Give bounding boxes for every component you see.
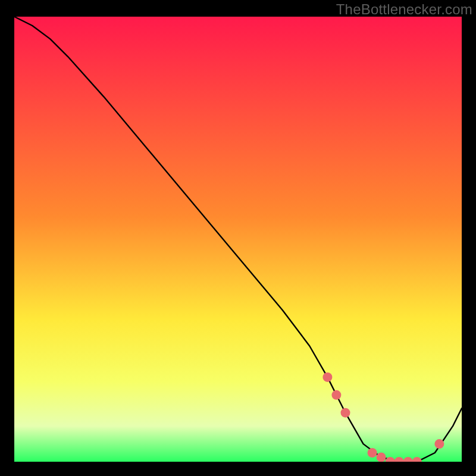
data-point — [341, 408, 350, 418]
gradient-background — [14, 17, 462, 462]
bottleneck-chart-svg — [14, 17, 462, 462]
data-point — [434, 439, 444, 449]
watermark-text: TheBottlenecker.com — [336, 1, 472, 18]
data-point — [377, 453, 386, 462]
chart-container: TheBottlenecker.com — [0, 0, 476, 476]
data-point — [368, 448, 377, 458]
data-point — [322, 372, 332, 382]
data-point — [331, 390, 341, 400]
plot-area — [14, 17, 462, 462]
